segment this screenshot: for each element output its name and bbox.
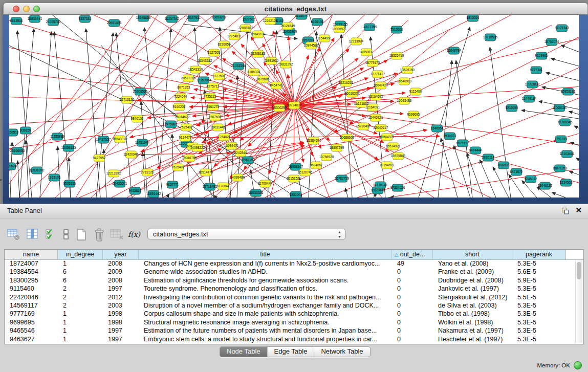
network-node[interactable]: 14671355 xyxy=(362,24,377,31)
network-node[interactable]: 20435501 xyxy=(113,180,127,187)
network-node[interactable]: 17334026 xyxy=(390,184,405,191)
network-node[interactable]: 9134477 xyxy=(179,134,192,141)
table-selector[interactable]: citations_edges.txt ▲▼ xyxy=(147,229,346,239)
network-node[interactable]: 7625402 xyxy=(172,164,185,171)
network-node[interactable]: 22608187 xyxy=(238,25,253,32)
network-node[interactable]: 16257342 xyxy=(165,15,180,23)
network-node[interactable]: 12713126 xyxy=(120,96,135,103)
network-node[interactable]: 24055724 xyxy=(46,18,61,26)
network-node[interactable]: 16534471 xyxy=(224,142,239,149)
network-node[interactable]: 13626150 xyxy=(400,67,415,74)
network-node[interactable]: 9227341 xyxy=(530,67,543,74)
network-node[interactable]: 10688609 xyxy=(340,134,355,141)
function-builder-button[interactable]: f(x) xyxy=(128,230,140,244)
column-header-in_degree[interactable]: in_degree xyxy=(58,250,103,259)
network-node[interactable]: 22040617 xyxy=(374,124,388,132)
network-node[interactable]: 7525402 xyxy=(180,124,193,131)
network-node[interactable]: 9975887 xyxy=(165,121,178,128)
network-node[interactable]: 11060134 xyxy=(552,104,567,112)
network-node[interactable]: 6679197 xyxy=(456,140,469,147)
network-node[interactable]: 9699695 xyxy=(407,111,420,118)
network-node[interactable]: 20691406 xyxy=(107,19,122,27)
network-node[interactable]: 10025488 xyxy=(397,97,412,104)
clear-selection-button[interactable] xyxy=(62,228,70,242)
close-panel-button[interactable]: ✕ xyxy=(575,206,582,215)
table-row[interactable]: 1938455462009Genome-wide association stu… xyxy=(5,268,575,276)
column-header-title[interactable]: title xyxy=(139,250,392,259)
network-node[interactable]: 16014672 xyxy=(175,114,190,121)
tab-network-table[interactable]: Network Table xyxy=(314,347,369,357)
network-node[interactable]: 9463627 xyxy=(129,187,142,194)
network-node[interactable]: 16640910 xyxy=(397,78,412,85)
network-node[interactable]: 15124549 xyxy=(280,23,295,30)
delete-table-button[interactable] xyxy=(110,228,124,242)
network-node[interactable]: 9857771 xyxy=(166,181,179,188)
network-node[interactable]: 16016277 xyxy=(345,90,360,97)
network-node[interactable]: 15720407 xyxy=(356,123,371,130)
network-node[interactable]: 12213974 xyxy=(349,38,364,45)
network-node[interactable]: 18975848 xyxy=(391,152,406,160)
network-node[interactable]: 16533526 xyxy=(249,189,264,196)
tab-edge-table[interactable]: Edge Table xyxy=(267,347,314,357)
network-node[interactable]: 8454749 xyxy=(270,82,283,89)
network-node[interactable]: 9234502 xyxy=(560,179,573,186)
network-node[interactable]: 10154691 xyxy=(380,162,395,169)
network-node[interactable]: 14098222 xyxy=(190,144,205,151)
network-node[interactable]: 19218586 xyxy=(483,34,498,41)
network-node[interactable]: 8139524 xyxy=(9,163,17,170)
network-node[interactable]: 10996971 xyxy=(332,26,347,33)
table-row[interactable]: 1456911722003Disruption of a novel membe… xyxy=(5,301,575,310)
network-node[interactable]: 17957252 xyxy=(241,157,255,164)
network-node[interactable]: 13164691 xyxy=(368,93,383,100)
tab-node-table[interactable]: Node Table xyxy=(220,347,267,357)
network-node[interactable]: 15751074 xyxy=(545,38,559,46)
network-node[interactable]: 19831292 xyxy=(278,61,293,68)
network-node[interactable]: 12760345 xyxy=(558,119,573,126)
network-node[interactable]: 15059135 xyxy=(61,144,76,151)
network-node[interactable]: 20206526 xyxy=(133,88,148,95)
show-columns-button[interactable] xyxy=(27,228,39,242)
network-node[interactable]: 15718485 xyxy=(203,183,217,190)
network-node[interactable]: 9215955 xyxy=(506,104,518,112)
network-node[interactable]: 20573115 xyxy=(181,75,195,82)
network-node[interactable]: 16543382 xyxy=(198,57,212,64)
network-node[interactable]: 7515526 xyxy=(390,26,403,33)
table-row[interactable]: 969969511998Structural magnetic resonanc… xyxy=(5,318,575,326)
network-node[interactable]: 18724007 xyxy=(287,102,302,109)
network-node[interactable]: 8813924 xyxy=(10,17,23,25)
network-graph[interactable]: 8813924168357412405572493373102069140618… xyxy=(9,15,579,198)
network-node[interactable]: 16891442 xyxy=(146,190,161,198)
network-node[interactable]: 9474444 xyxy=(469,147,482,154)
network-node[interactable]: 2935114 xyxy=(482,154,495,161)
network-node[interactable]: 16914479 xyxy=(199,169,213,176)
network-node[interactable]: 7254021 xyxy=(218,134,231,141)
network-node[interactable]: 9245012 xyxy=(525,176,537,183)
network-node[interactable]: 16649100 xyxy=(251,31,266,38)
network-node[interactable]: 9846102 xyxy=(131,115,144,122)
network-node[interactable]: 2367608 xyxy=(209,114,222,121)
network-node[interactable]: 12103454 xyxy=(560,150,575,158)
network-node[interactable]: 18543310 xyxy=(188,66,203,73)
network-node[interactable]: 8131074 xyxy=(295,15,308,19)
network-node[interactable]: 16782759 xyxy=(335,175,350,182)
network-node[interactable]: 16981910 xyxy=(264,57,279,64)
network-node[interactable]: 9337310 xyxy=(79,15,92,23)
network-node[interactable]: 9170044 xyxy=(217,183,230,190)
table-row[interactable]: 946554611997Estimation of the future num… xyxy=(5,326,575,335)
network-node[interactable]: 12093832 xyxy=(525,81,540,88)
column-header-name[interactable]: name xyxy=(5,250,58,259)
network-node[interactable]: 18779175 xyxy=(365,59,380,67)
network-node[interactable]: 11451944 xyxy=(135,139,149,146)
network-node[interactable]: 7224044 xyxy=(175,93,187,100)
network-node[interactable]: 25166050 xyxy=(10,147,25,155)
network-node[interactable]: 9127508 xyxy=(213,73,226,80)
network-node[interactable]: 19357911 xyxy=(186,15,201,21)
network-node[interactable]: 8471670 xyxy=(510,168,523,176)
network-node[interactable]: 1863106 xyxy=(48,174,61,181)
network-node[interactable]: 18807299 xyxy=(330,144,344,151)
table-row[interactable]: 1872400712008Changes of HCN gene express… xyxy=(5,259,575,268)
network-node[interactable]: 16835741 xyxy=(28,15,42,23)
network-node[interactable]: 8071353 xyxy=(178,84,190,91)
network-node[interactable]: 18631050 xyxy=(30,167,45,174)
network-node[interactable]: 6466100 xyxy=(311,18,324,26)
